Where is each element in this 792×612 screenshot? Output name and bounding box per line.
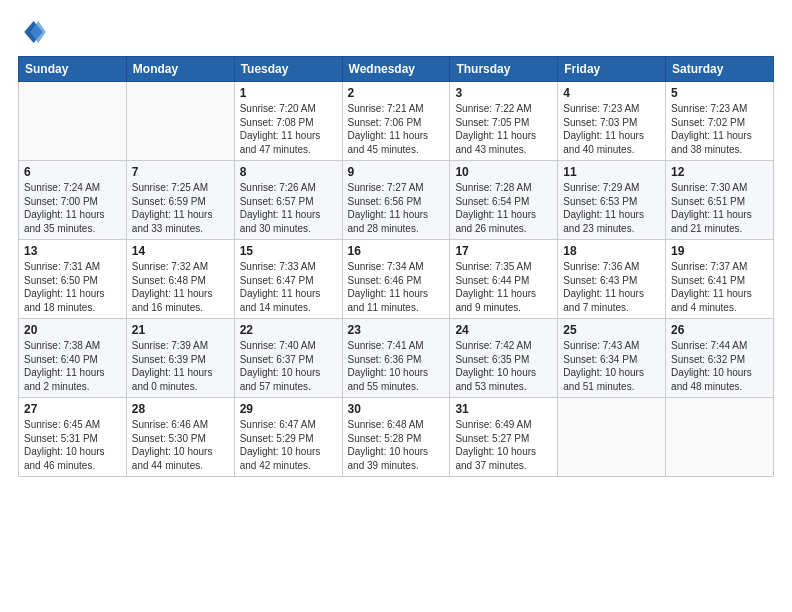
calendar-cell: 2Sunrise: 7:21 AM Sunset: 7:06 PM Daylig… [342, 82, 450, 161]
day-number: 24 [455, 323, 552, 337]
day-number: 12 [671, 165, 768, 179]
day-number: 31 [455, 402, 552, 416]
day-number: 10 [455, 165, 552, 179]
calendar-cell: 22Sunrise: 7:40 AM Sunset: 6:37 PM Dayli… [234, 319, 342, 398]
calendar-table: SundayMondayTuesdayWednesdayThursdayFrid… [18, 56, 774, 477]
day-info: Sunrise: 7:30 AM Sunset: 6:51 PM Dayligh… [671, 181, 768, 235]
day-info: Sunrise: 7:26 AM Sunset: 6:57 PM Dayligh… [240, 181, 337, 235]
day-number: 19 [671, 244, 768, 258]
calendar-cell [126, 82, 234, 161]
calendar-cell: 26Sunrise: 7:44 AM Sunset: 6:32 PM Dayli… [666, 319, 774, 398]
calendar-cell [666, 398, 774, 477]
day-info: Sunrise: 7:32 AM Sunset: 6:48 PM Dayligh… [132, 260, 229, 314]
calendar-cell: 16Sunrise: 7:34 AM Sunset: 6:46 PM Dayli… [342, 240, 450, 319]
day-number: 4 [563, 86, 660, 100]
day-number: 20 [24, 323, 121, 337]
calendar-week-row: 27Sunrise: 6:45 AM Sunset: 5:31 PM Dayli… [19, 398, 774, 477]
day-info: Sunrise: 7:21 AM Sunset: 7:06 PM Dayligh… [348, 102, 445, 156]
day-info: Sunrise: 7:37 AM Sunset: 6:41 PM Dayligh… [671, 260, 768, 314]
day-number: 25 [563, 323, 660, 337]
calendar-cell: 13Sunrise: 7:31 AM Sunset: 6:50 PM Dayli… [19, 240, 127, 319]
calendar-cell: 3Sunrise: 7:22 AM Sunset: 7:05 PM Daylig… [450, 82, 558, 161]
calendar-cell: 30Sunrise: 6:48 AM Sunset: 5:28 PM Dayli… [342, 398, 450, 477]
day-info: Sunrise: 7:24 AM Sunset: 7:00 PM Dayligh… [24, 181, 121, 235]
day-info: Sunrise: 7:23 AM Sunset: 7:03 PM Dayligh… [563, 102, 660, 156]
calendar-header-row: SundayMondayTuesdayWednesdayThursdayFrid… [19, 57, 774, 82]
day-number: 14 [132, 244, 229, 258]
calendar-week-row: 1Sunrise: 7:20 AM Sunset: 7:08 PM Daylig… [19, 82, 774, 161]
day-number: 1 [240, 86, 337, 100]
day-info: Sunrise: 7:27 AM Sunset: 6:56 PM Dayligh… [348, 181, 445, 235]
calendar-cell: 5Sunrise: 7:23 AM Sunset: 7:02 PM Daylig… [666, 82, 774, 161]
calendar-cell: 1Sunrise: 7:20 AM Sunset: 7:08 PM Daylig… [234, 82, 342, 161]
calendar-cell: 18Sunrise: 7:36 AM Sunset: 6:43 PM Dayli… [558, 240, 666, 319]
day-info: Sunrise: 7:20 AM Sunset: 7:08 PM Dayligh… [240, 102, 337, 156]
calendar-week-row: 20Sunrise: 7:38 AM Sunset: 6:40 PM Dayli… [19, 319, 774, 398]
day-number: 5 [671, 86, 768, 100]
day-info: Sunrise: 7:42 AM Sunset: 6:35 PM Dayligh… [455, 339, 552, 393]
calendar-cell: 20Sunrise: 7:38 AM Sunset: 6:40 PM Dayli… [19, 319, 127, 398]
calendar-header-friday: Friday [558, 57, 666, 82]
day-info: Sunrise: 6:45 AM Sunset: 5:31 PM Dayligh… [24, 418, 121, 472]
day-number: 27 [24, 402, 121, 416]
calendar-cell: 28Sunrise: 6:46 AM Sunset: 5:30 PM Dayli… [126, 398, 234, 477]
calendar-cell: 14Sunrise: 7:32 AM Sunset: 6:48 PM Dayli… [126, 240, 234, 319]
day-number: 26 [671, 323, 768, 337]
calendar-cell: 27Sunrise: 6:45 AM Sunset: 5:31 PM Dayli… [19, 398, 127, 477]
day-info: Sunrise: 7:41 AM Sunset: 6:36 PM Dayligh… [348, 339, 445, 393]
day-number: 30 [348, 402, 445, 416]
day-info: Sunrise: 7:34 AM Sunset: 6:46 PM Dayligh… [348, 260, 445, 314]
calendar-cell [558, 398, 666, 477]
day-number: 2 [348, 86, 445, 100]
calendar-header-wednesday: Wednesday [342, 57, 450, 82]
day-number: 18 [563, 244, 660, 258]
day-info: Sunrise: 7:22 AM Sunset: 7:05 PM Dayligh… [455, 102, 552, 156]
calendar-cell: 25Sunrise: 7:43 AM Sunset: 6:34 PM Dayli… [558, 319, 666, 398]
day-number: 8 [240, 165, 337, 179]
day-number: 6 [24, 165, 121, 179]
day-number: 29 [240, 402, 337, 416]
day-info: Sunrise: 7:25 AM Sunset: 6:59 PM Dayligh… [132, 181, 229, 235]
day-number: 3 [455, 86, 552, 100]
day-info: Sunrise: 6:49 AM Sunset: 5:27 PM Dayligh… [455, 418, 552, 472]
calendar-cell: 29Sunrise: 6:47 AM Sunset: 5:29 PM Dayli… [234, 398, 342, 477]
day-info: Sunrise: 7:28 AM Sunset: 6:54 PM Dayligh… [455, 181, 552, 235]
calendar-header-thursday: Thursday [450, 57, 558, 82]
day-number: 21 [132, 323, 229, 337]
day-info: Sunrise: 7:29 AM Sunset: 6:53 PM Dayligh… [563, 181, 660, 235]
day-number: 28 [132, 402, 229, 416]
calendar-cell: 21Sunrise: 7:39 AM Sunset: 6:39 PM Dayli… [126, 319, 234, 398]
day-number: 13 [24, 244, 121, 258]
calendar-cell: 10Sunrise: 7:28 AM Sunset: 6:54 PM Dayli… [450, 161, 558, 240]
calendar-cell: 8Sunrise: 7:26 AM Sunset: 6:57 PM Daylig… [234, 161, 342, 240]
day-info: Sunrise: 7:38 AM Sunset: 6:40 PM Dayligh… [24, 339, 121, 393]
day-number: 16 [348, 244, 445, 258]
calendar-header-sunday: Sunday [19, 57, 127, 82]
day-info: Sunrise: 7:39 AM Sunset: 6:39 PM Dayligh… [132, 339, 229, 393]
day-number: 9 [348, 165, 445, 179]
calendar-header-saturday: Saturday [666, 57, 774, 82]
calendar-cell [19, 82, 127, 161]
day-info: Sunrise: 7:31 AM Sunset: 6:50 PM Dayligh… [24, 260, 121, 314]
day-info: Sunrise: 6:48 AM Sunset: 5:28 PM Dayligh… [348, 418, 445, 472]
day-info: Sunrise: 7:23 AM Sunset: 7:02 PM Dayligh… [671, 102, 768, 156]
day-info: Sunrise: 7:36 AM Sunset: 6:43 PM Dayligh… [563, 260, 660, 314]
calendar-cell: 15Sunrise: 7:33 AM Sunset: 6:47 PM Dayli… [234, 240, 342, 319]
day-info: Sunrise: 7:35 AM Sunset: 6:44 PM Dayligh… [455, 260, 552, 314]
calendar-week-row: 6Sunrise: 7:24 AM Sunset: 7:00 PM Daylig… [19, 161, 774, 240]
day-info: Sunrise: 7:43 AM Sunset: 6:34 PM Dayligh… [563, 339, 660, 393]
day-number: 7 [132, 165, 229, 179]
page: SundayMondayTuesdayWednesdayThursdayFrid… [0, 0, 792, 612]
calendar-cell: 12Sunrise: 7:30 AM Sunset: 6:51 PM Dayli… [666, 161, 774, 240]
calendar-cell: 24Sunrise: 7:42 AM Sunset: 6:35 PM Dayli… [450, 319, 558, 398]
day-info: Sunrise: 6:47 AM Sunset: 5:29 PM Dayligh… [240, 418, 337, 472]
calendar-cell: 9Sunrise: 7:27 AM Sunset: 6:56 PM Daylig… [342, 161, 450, 240]
day-info: Sunrise: 6:46 AM Sunset: 5:30 PM Dayligh… [132, 418, 229, 472]
day-number: 17 [455, 244, 552, 258]
calendar-cell: 17Sunrise: 7:35 AM Sunset: 6:44 PM Dayli… [450, 240, 558, 319]
calendar-cell: 11Sunrise: 7:29 AM Sunset: 6:53 PM Dayli… [558, 161, 666, 240]
day-number: 11 [563, 165, 660, 179]
calendar-cell: 7Sunrise: 7:25 AM Sunset: 6:59 PM Daylig… [126, 161, 234, 240]
day-info: Sunrise: 7:33 AM Sunset: 6:47 PM Dayligh… [240, 260, 337, 314]
calendar-cell: 19Sunrise: 7:37 AM Sunset: 6:41 PM Dayli… [666, 240, 774, 319]
